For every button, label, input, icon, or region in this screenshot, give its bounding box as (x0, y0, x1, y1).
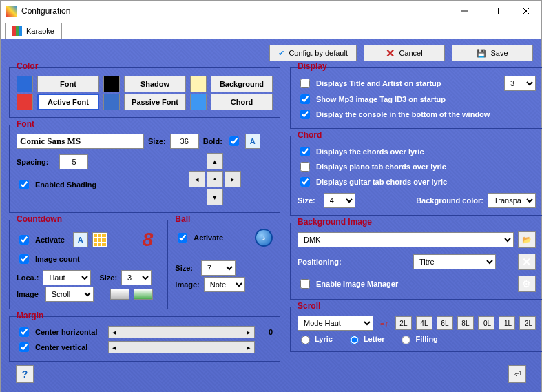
ball-activate-checkbox[interactable] (178, 233, 187, 243)
window-title: Configuration (21, 6, 448, 16)
titlebar: Configuration (1, 1, 541, 21)
close-button[interactable] (510, 1, 541, 21)
maximize-button[interactable] (479, 1, 510, 21)
color-passivefont-button[interactable]: Passive Font (124, 94, 186, 110)
chord-bg-select[interactable]: Transpare (488, 193, 536, 208)
swatch-font[interactable] (17, 76, 33, 92)
arrow-left[interactable]: ◂ (189, 171, 205, 187)
exit-icon: ⏎ (514, 370, 521, 379)
folder-icon: 📂 (522, 236, 532, 245)
scroll-radio-lyric[interactable]: Lyric (298, 333, 333, 344)
countdown-grad2[interactable] (134, 289, 153, 300)
exit-button[interactable]: ⏎ (508, 365, 526, 383)
countdown-imagecount-checkbox[interactable] (19, 254, 29, 264)
ball-size-select[interactable]: 7 (201, 260, 236, 276)
bgimg-enable-checkbox[interactable] (300, 279, 310, 289)
ball-image-select[interactable]: Note (204, 277, 245, 292)
app-icon (6, 6, 17, 17)
bgimg-settings-button[interactable]: ⚙ (518, 276, 536, 292)
bgimg-path-select[interactable]: DMK (298, 232, 514, 247)
font-name-input[interactable] (17, 134, 144, 149)
scroll-mode-select[interactable]: Mode Haut (298, 316, 373, 331)
color-shadow-button[interactable]: Shadow (124, 76, 186, 92)
group-ball: Ball Activate ♪ Size: 7 Image: (167, 220, 280, 309)
font-bold-checkbox[interactable] (229, 136, 239, 146)
group-countdown: Countdown Activate A 8 Image count (9, 220, 160, 309)
bgimg-pos-select[interactable]: Titre (413, 254, 496, 269)
tab-label: Karaoke (26, 27, 54, 35)
scroll-radio-letter[interactable]: Letter (346, 333, 385, 344)
scroll-btn-m2l[interactable]: -2L (519, 316, 536, 330)
save-icon: 💾 (477, 49, 486, 58)
scroll-btn-m1l[interactable]: -1L (499, 316, 515, 330)
scroll-btn-4l[interactable]: 4L (416, 316, 432, 330)
countdown-activate-checkbox[interactable] (19, 235, 29, 245)
font-preview-icon[interactable]: A (245, 134, 260, 149)
cancel-button[interactable]: ✕Cancel (364, 45, 445, 61)
help-button[interactable]: ? (16, 365, 34, 383)
chord-c1-checkbox[interactable] (300, 147, 310, 156)
color-background-button[interactable]: Background (211, 76, 273, 92)
group-display: Display Displays Title and Artist on sta… (290, 67, 542, 129)
group-bgimage: Background Image DMK 📂 Positioning: Titr… (290, 223, 542, 300)
tabstrip: Karaoke (1, 21, 541, 39)
chord-size-select[interactable]: 4 (324, 193, 355, 208)
shading-label: Enabled Shading (35, 180, 96, 189)
swatch-chord[interactable] (190, 94, 207, 110)
countdown-size-select[interactable]: 3 (121, 270, 152, 285)
scroll-btn-m0l[interactable]: -0L (478, 316, 494, 330)
color-chord-button[interactable]: Chord (211, 94, 273, 110)
scroll-btn-2l[interactable]: 2L (395, 316, 412, 330)
arrow-center[interactable]: • (207, 171, 223, 187)
ball-icon: ♪ (255, 229, 273, 247)
swatch-passivefont[interactable] (103, 94, 120, 110)
arrow-down[interactable]: ▾ (207, 189, 223, 205)
defaults-button[interactable]: ✔Config. by default (269, 45, 357, 61)
bgimg-delete-button[interactable]: ✕ (518, 254, 536, 270)
save-button[interactable]: 💾Save (452, 45, 533, 61)
shading-checkbox[interactable] (19, 180, 29, 189)
countdown-glyph: 8 (143, 229, 154, 251)
margin-cv-checkbox[interactable] (19, 342, 29, 352)
gear-icon: ⚙ (522, 278, 531, 289)
group-scroll: Scroll Mode Haut ≡↑ 2L 4L 6L 8L -0L -1L … (290, 307, 542, 352)
display-opt1-num[interactable]: 3 (504, 76, 536, 91)
swatch-shadow[interactable] (103, 76, 120, 92)
scroll-btn-6l[interactable]: 6L (437, 316, 453, 330)
display-opt1-checkbox[interactable] (300, 79, 310, 88)
arrow-right[interactable]: ▸ (225, 171, 241, 187)
chord-c3-checkbox[interactable] (300, 177, 310, 187)
display-opt3-checkbox[interactable] (300, 110, 310, 119)
help-icon: ? (22, 369, 28, 380)
color-font-button[interactable]: Font (37, 76, 99, 92)
delete-icon: ✕ (522, 256, 531, 269)
swatch-activefont[interactable] (17, 94, 33, 110)
chord-c2-checkbox[interactable] (300, 162, 310, 172)
tab-karaoke[interactable]: Karaoke (5, 23, 62, 39)
font-size-input[interactable] (170, 134, 199, 149)
margin-v-slider[interactable]: ◂▸ (108, 341, 255, 353)
swatch-background[interactable] (190, 76, 207, 92)
spacing-input[interactable] (59, 154, 88, 169)
display-opt2-checkbox[interactable] (300, 94, 310, 104)
scroll-btn-8l[interactable]: 8L (457, 316, 474, 330)
countdown-image-select[interactable]: Scroll (45, 287, 94, 302)
scroll-glyph-icon: ≡↑ (380, 319, 388, 327)
font-size-label: Size: (148, 137, 166, 145)
countdown-grad1[interactable] (110, 289, 129, 300)
group-color: Color Font Shadow Background Active Font… (9, 67, 280, 118)
minimize-button[interactable] (448, 1, 479, 21)
group-chord: Chord Displays the chords over lyric Dis… (290, 136, 542, 216)
svg-rect-1 (492, 8, 498, 14)
countdown-a-icon[interactable]: A (73, 232, 88, 247)
margin-ch-checkbox[interactable] (19, 327, 29, 337)
group-font: Font Size: Bold: A Spacing: (9, 125, 280, 213)
arrow-up[interactable]: ▴ (207, 153, 223, 169)
bgimg-browse-button[interactable]: 📂 (518, 231, 536, 248)
countdown-loca-select[interactable]: Haut (43, 270, 91, 285)
margin-h-slider[interactable]: ◂▸ (108, 326, 255, 338)
spacing-label: Spacing: (17, 158, 48, 166)
countdown-grid-icon[interactable] (92, 232, 107, 247)
scroll-radio-filling[interactable]: Filling (398, 333, 437, 344)
color-activefont-button[interactable]: Active Font (37, 94, 99, 110)
